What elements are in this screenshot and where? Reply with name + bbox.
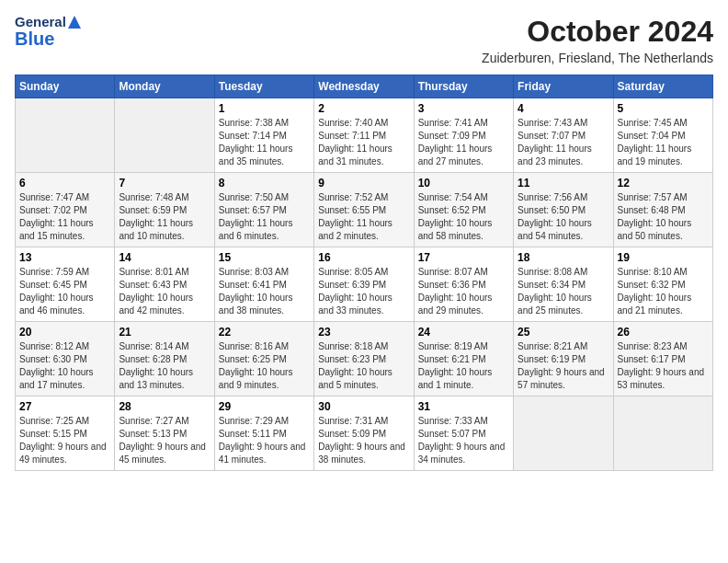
day-number: 14 bbox=[119, 251, 210, 264]
day-info: Sunrise: 8:19 AMSunset: 6:21 PMDaylight:… bbox=[418, 340, 509, 392]
calendar-cell: 25Sunrise: 8:21 AMSunset: 6:19 PMDayligh… bbox=[514, 322, 613, 396]
calendar-cell: 27Sunrise: 7:25 AMSunset: 5:15 PMDayligh… bbox=[16, 396, 115, 471]
calendar-cell: 1Sunrise: 7:38 AMSunset: 7:14 PMDaylight… bbox=[214, 98, 313, 173]
day-info: Sunrise: 8:08 AMSunset: 6:34 PMDaylight:… bbox=[518, 266, 609, 317]
day-info: Sunrise: 8:12 AMSunset: 6:30 PMDaylight:… bbox=[19, 340, 110, 392]
column-header-friday: Friday bbox=[514, 75, 613, 98]
calendar-header-row: SundayMondayTuesdayWednesdayThursdayFrid… bbox=[16, 75, 713, 98]
day-number: 6 bbox=[19, 177, 110, 190]
day-number: 19 bbox=[618, 251, 709, 264]
day-number: 28 bbox=[119, 400, 210, 413]
day-info: Sunrise: 7:59 AMSunset: 6:45 PMDaylight:… bbox=[19, 266, 110, 317]
day-number: 9 bbox=[318, 177, 409, 190]
calendar-cell: 5Sunrise: 7:45 AMSunset: 7:04 PMDaylight… bbox=[613, 98, 712, 173]
calendar-cell bbox=[115, 98, 214, 173]
day-number: 11 bbox=[518, 177, 609, 190]
calendar-cell: 29Sunrise: 7:29 AMSunset: 5:11 PMDayligh… bbox=[214, 396, 313, 471]
column-header-saturday: Saturday bbox=[613, 75, 712, 98]
calendar-cell: 9Sunrise: 7:52 AMSunset: 6:55 PMDaylight… bbox=[314, 173, 414, 247]
calendar-cell: 22Sunrise: 8:16 AMSunset: 6:25 PMDayligh… bbox=[214, 322, 313, 396]
calendar-week-1: 1Sunrise: 7:38 AMSunset: 7:14 PMDaylight… bbox=[16, 98, 713, 173]
day-number: 3 bbox=[418, 102, 509, 115]
day-info: Sunrise: 8:16 AMSunset: 6:25 PMDaylight:… bbox=[219, 340, 310, 392]
calendar-week-4: 20Sunrise: 8:12 AMSunset: 6:30 PMDayligh… bbox=[16, 322, 713, 396]
day-number: 2 bbox=[318, 102, 409, 115]
calendar-cell: 26Sunrise: 8:23 AMSunset: 6:17 PMDayligh… bbox=[613, 322, 712, 396]
day-number: 8 bbox=[219, 177, 310, 190]
logo-blue: Blue bbox=[15, 29, 81, 49]
day-info: Sunrise: 7:48 AMSunset: 6:59 PMDaylight:… bbox=[119, 191, 210, 243]
day-info: Sunrise: 8:14 AMSunset: 6:28 PMDaylight:… bbox=[119, 340, 210, 392]
day-info: Sunrise: 8:07 AMSunset: 6:36 PMDaylight:… bbox=[418, 266, 509, 317]
day-number: 30 bbox=[318, 400, 409, 413]
day-info: Sunrise: 7:38 AMSunset: 7:14 PMDaylight:… bbox=[219, 117, 310, 168]
day-info: Sunrise: 7:45 AMSunset: 7:04 PMDaylight:… bbox=[618, 117, 709, 168]
day-info: Sunrise: 8:18 AMSunset: 6:23 PMDaylight:… bbox=[318, 340, 409, 392]
day-info: Sunrise: 7:52 AMSunset: 6:55 PMDaylight:… bbox=[318, 191, 409, 243]
day-info: Sunrise: 8:10 AMSunset: 6:32 PMDaylight:… bbox=[618, 266, 709, 317]
month-title: October 2024 bbox=[482, 15, 713, 49]
day-number: 26 bbox=[618, 326, 709, 339]
day-number: 31 bbox=[418, 400, 509, 413]
day-info: Sunrise: 7:43 AMSunset: 7:07 PMDaylight:… bbox=[518, 117, 609, 168]
calendar-cell: 12Sunrise: 7:57 AMSunset: 6:48 PMDayligh… bbox=[613, 173, 712, 247]
calendar-cell bbox=[613, 396, 712, 471]
day-info: Sunrise: 7:33 AMSunset: 5:07 PMDaylight:… bbox=[418, 415, 509, 466]
calendar-cell: 13Sunrise: 7:59 AMSunset: 6:45 PMDayligh… bbox=[16, 247, 115, 322]
calendar-week-5: 27Sunrise: 7:25 AMSunset: 5:15 PMDayligh… bbox=[16, 396, 713, 471]
calendar-week-3: 13Sunrise: 7:59 AMSunset: 6:45 PMDayligh… bbox=[16, 247, 713, 322]
calendar-cell: 28Sunrise: 7:27 AMSunset: 5:13 PMDayligh… bbox=[115, 396, 214, 471]
day-number: 24 bbox=[418, 326, 509, 339]
calendar-cell bbox=[514, 396, 613, 471]
day-number: 29 bbox=[219, 400, 310, 413]
day-number: 16 bbox=[318, 251, 409, 264]
day-number: 7 bbox=[119, 177, 210, 190]
day-info: Sunrise: 7:54 AMSunset: 6:52 PMDaylight:… bbox=[418, 191, 509, 243]
calendar-cell: 2Sunrise: 7:40 AMSunset: 7:11 PMDaylight… bbox=[314, 98, 414, 173]
calendar-cell: 4Sunrise: 7:43 AMSunset: 7:07 PMDaylight… bbox=[514, 98, 613, 173]
calendar-cell: 10Sunrise: 7:54 AMSunset: 6:52 PMDayligh… bbox=[414, 173, 513, 247]
logo-icon bbox=[68, 16, 81, 29]
day-info: Sunrise: 7:50 AMSunset: 6:57 PMDaylight:… bbox=[219, 191, 310, 243]
day-info: Sunrise: 7:27 AMSunset: 5:13 PMDaylight:… bbox=[119, 415, 210, 466]
column-header-monday: Monday bbox=[115, 75, 214, 98]
day-number: 23 bbox=[318, 326, 409, 339]
calendar-cell: 23Sunrise: 8:18 AMSunset: 6:23 PMDayligh… bbox=[314, 322, 414, 396]
day-number: 13 bbox=[19, 251, 110, 264]
column-header-wednesday: Wednesday bbox=[314, 75, 414, 98]
calendar-cell: 19Sunrise: 8:10 AMSunset: 6:32 PMDayligh… bbox=[613, 247, 712, 322]
day-info: Sunrise: 7:41 AMSunset: 7:09 PMDaylight:… bbox=[418, 117, 509, 168]
calendar-table: SundayMondayTuesdayWednesdayThursdayFrid… bbox=[15, 75, 713, 471]
column-header-thursday: Thursday bbox=[414, 75, 513, 98]
calendar-cell bbox=[16, 98, 115, 173]
day-number: 21 bbox=[119, 326, 210, 339]
calendar-cell: 21Sunrise: 8:14 AMSunset: 6:28 PMDayligh… bbox=[115, 322, 214, 396]
day-info: Sunrise: 8:01 AMSunset: 6:43 PMDaylight:… bbox=[119, 266, 210, 317]
day-number: 18 bbox=[518, 251, 609, 264]
logo: General Blue bbox=[15, 15, 81, 49]
day-info: Sunrise: 7:29 AMSunset: 5:11 PMDaylight:… bbox=[219, 415, 310, 466]
calendar-cell: 30Sunrise: 7:31 AMSunset: 5:09 PMDayligh… bbox=[314, 396, 414, 471]
day-number: 27 bbox=[19, 400, 110, 413]
day-number: 10 bbox=[418, 177, 509, 190]
calendar-cell: 3Sunrise: 7:41 AMSunset: 7:09 PMDaylight… bbox=[414, 98, 513, 173]
calendar-cell: 18Sunrise: 8:08 AMSunset: 6:34 PMDayligh… bbox=[514, 247, 613, 322]
calendar-cell: 24Sunrise: 8:19 AMSunset: 6:21 PMDayligh… bbox=[414, 322, 513, 396]
day-info: Sunrise: 8:03 AMSunset: 6:41 PMDaylight:… bbox=[219, 266, 310, 317]
svg-marker-0 bbox=[68, 16, 81, 29]
calendar-cell: 6Sunrise: 7:47 AMSunset: 7:02 PMDaylight… bbox=[16, 173, 115, 247]
day-info: Sunrise: 8:21 AMSunset: 6:19 PMDaylight:… bbox=[518, 340, 609, 392]
calendar-cell: 8Sunrise: 7:50 AMSunset: 6:57 PMDaylight… bbox=[214, 173, 313, 247]
day-info: Sunrise: 7:57 AMSunset: 6:48 PMDaylight:… bbox=[618, 191, 709, 243]
day-number: 12 bbox=[618, 177, 709, 190]
calendar-cell: 16Sunrise: 8:05 AMSunset: 6:39 PMDayligh… bbox=[314, 247, 414, 322]
column-header-sunday: Sunday bbox=[16, 75, 115, 98]
day-info: Sunrise: 7:56 AMSunset: 6:50 PMDaylight:… bbox=[518, 191, 609, 243]
day-number: 22 bbox=[219, 326, 310, 339]
calendar-cell: 17Sunrise: 8:07 AMSunset: 6:36 PMDayligh… bbox=[414, 247, 513, 322]
calendar-cell: 14Sunrise: 8:01 AMSunset: 6:43 PMDayligh… bbox=[115, 247, 214, 322]
day-info: Sunrise: 7:25 AMSunset: 5:15 PMDaylight:… bbox=[19, 415, 110, 466]
calendar-cell: 11Sunrise: 7:56 AMSunset: 6:50 PMDayligh… bbox=[514, 173, 613, 247]
column-header-tuesday: Tuesday bbox=[214, 75, 313, 98]
title-block: October 2024 Zuiderburen, Friesland, The… bbox=[482, 15, 713, 65]
